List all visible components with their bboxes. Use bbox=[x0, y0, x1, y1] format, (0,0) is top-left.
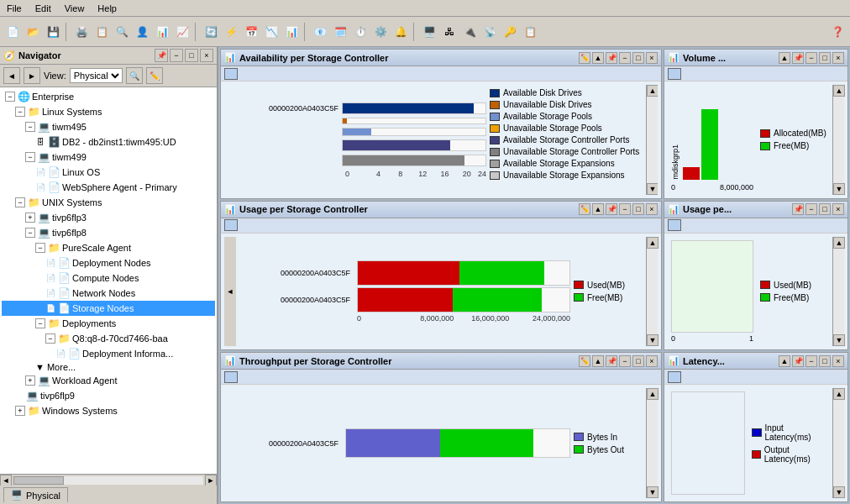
physical-tab[interactable]: 🖥️ Physical bbox=[3, 487, 68, 502]
nav-pin-btn[interactable]: 📌 bbox=[155, 49, 168, 62]
usage-edit[interactable]: ✏️ bbox=[579, 203, 590, 215]
tb3[interactable]: 📋 bbox=[92, 23, 111, 41]
vol-close[interactable]: × bbox=[832, 52, 844, 64]
tp-close[interactable]: × bbox=[646, 355, 658, 367]
toggle-tivp6flp8[interactable]: − bbox=[25, 228, 35, 238]
lat-max[interactable]: □ bbox=[819, 355, 831, 367]
tb13[interactable]: 📧 bbox=[311, 23, 329, 41]
toggle-tiwm495[interactable]: − bbox=[25, 122, 35, 132]
vscroll-up[interactable]: ▲ bbox=[647, 85, 658, 97]
vol-scroll-track[interactable] bbox=[833, 97, 844, 183]
toggle-q8[interactable]: − bbox=[45, 333, 55, 344]
vol-min[interactable]: − bbox=[805, 52, 817, 64]
nav-search-btn[interactable]: 🔍 bbox=[126, 67, 143, 84]
hscroll-left[interactable]: ◄ bbox=[0, 475, 12, 486]
tree-item-deploy-nodes[interactable]: 📄 📄 Deployment Nodes bbox=[2, 255, 215, 270]
lat-up[interactable]: ▲ bbox=[779, 355, 790, 367]
vscroll-track[interactable] bbox=[647, 97, 658, 183]
tree-item-tivp6flp8[interactable]: − 💻 tivp6flp8 bbox=[2, 225, 215, 240]
lat-scroll-track[interactable] bbox=[833, 400, 844, 486]
avail-pin[interactable]: 📌 bbox=[606, 52, 617, 64]
toggle-enterprise[interactable]: − bbox=[5, 92, 15, 102]
view-select[interactable]: Physical Logical bbox=[70, 68, 123, 83]
tb22[interactable]: 🔑 bbox=[501, 23, 519, 41]
tb-right[interactable]: ❓ bbox=[828, 23, 847, 41]
tb23[interactable]: 📋 bbox=[521, 23, 539, 41]
tp-scroll-up[interactable]: ▲ bbox=[647, 388, 658, 400]
tb5[interactable]: 👤 bbox=[133, 23, 151, 41]
nav-close-btn[interactable]: × bbox=[200, 49, 213, 62]
tb10[interactable]: 📅 bbox=[242, 23, 260, 41]
tp-edit[interactable]: ✏️ bbox=[579, 355, 590, 367]
tb19[interactable]: 🖧 bbox=[440, 23, 459, 41]
tree-item-linux-systems[interactable]: − 📁 Linux Systems bbox=[2, 104, 215, 119]
avail-edit[interactable]: ✏️ bbox=[579, 52, 590, 64]
tree-item-linux-os[interactable]: 📄 📄 Linux OS bbox=[2, 165, 215, 180]
hscroll-right[interactable]: ► bbox=[205, 475, 217, 486]
usage-max[interactable]: □ bbox=[632, 203, 644, 215]
tree-item-tiwm499[interactable]: − 💻 tiwm499 bbox=[2, 150, 215, 165]
nav-back-btn[interactable]: ◄ bbox=[3, 67, 20, 84]
usage-close[interactable]: × bbox=[646, 203, 658, 215]
tp-min[interactable]: − bbox=[619, 355, 631, 367]
tree-item-tivp6flp9[interactable]: 💻 tivp6flp9 bbox=[2, 388, 215, 403]
toggle-tivp6flp3[interactable]: + bbox=[25, 213, 35, 223]
tree-item-websphere[interactable]: 📄 📄 WebSphere Agent - Primary bbox=[2, 180, 215, 195]
tree-item-windows[interactable]: + 📁 Windows Systems bbox=[2, 403, 215, 418]
tb16[interactable]: ⚙️ bbox=[371, 23, 390, 41]
toggle-linux-systems[interactable]: − bbox=[15, 107, 25, 117]
tb12[interactable]: 📊 bbox=[282, 23, 301, 41]
tree-item-deploy-info[interactable]: 📄 📄 Deployment Informa... bbox=[2, 346, 215, 361]
tree-item-purescale[interactable]: − 📁 PureScale Agent bbox=[2, 240, 215, 255]
usage-pin[interactable]: 📌 bbox=[606, 203, 617, 215]
tb9[interactable]: ⚡ bbox=[222, 23, 240, 41]
toggle-unix[interactable]: − bbox=[15, 197, 25, 207]
toggle-workload[interactable]: + bbox=[25, 375, 35, 386]
avail-min[interactable]: − bbox=[619, 52, 631, 64]
open-btn[interactable]: 📂 bbox=[24, 23, 42, 41]
usage-scroll-track[interactable] bbox=[647, 249, 658, 335]
tp-pin[interactable]: 📌 bbox=[606, 355, 617, 367]
vol-pin[interactable]: 📌 bbox=[792, 52, 804, 64]
tree-item-deployments[interactable]: − 📁 Deployments bbox=[2, 316, 215, 331]
avail-close[interactable]: × bbox=[646, 52, 658, 64]
tb15[interactable]: ⏱️ bbox=[351, 23, 370, 41]
usage-scroll-up[interactable]: ▲ bbox=[647, 237, 658, 249]
new-btn[interactable]: 📄 bbox=[3, 23, 22, 41]
tree-item-enterprise[interactable]: − 🌐 Enterprise bbox=[2, 89, 215, 104]
tb4[interactable]: 🔍 bbox=[113, 23, 131, 41]
tree-item-unix-systems[interactable]: − 📁 UNIX Systems bbox=[2, 195, 215, 210]
save-btn[interactable]: 💾 bbox=[44, 23, 62, 41]
tree-item-db2[interactable]: 🗄 🗄️ DB2 - db2inst1:tiwm495:UD bbox=[2, 134, 215, 150]
nav-maximize-btn[interactable]: □ bbox=[185, 49, 198, 62]
lat-scroll-down[interactable]: ▼ bbox=[833, 486, 845, 498]
tree-item-more[interactable]: ▼ More... bbox=[2, 361, 215, 373]
tree-item-tivp6flp3[interactable]: + 💻 tivp6flp3 bbox=[2, 210, 215, 225]
us-close[interactable]: × bbox=[832, 203, 844, 215]
tb21[interactable]: 📡 bbox=[480, 23, 499, 41]
lat-scroll-up[interactable]: ▲ bbox=[833, 388, 845, 400]
menu-edit[interactable]: Edit bbox=[29, 2, 58, 15]
hscroll-track[interactable] bbox=[13, 476, 203, 485]
tp-scroll-track[interactable] bbox=[647, 400, 658, 486]
us-scroll-down[interactable]: ▼ bbox=[833, 334, 845, 346]
tp-up[interactable]: ▲ bbox=[592, 355, 604, 367]
toggle-deployments[interactable]: − bbox=[35, 318, 45, 328]
usage-min[interactable]: − bbox=[619, 203, 631, 215]
toggle-tiwm499[interactable]: − bbox=[25, 152, 35, 162]
hscroll-thumb[interactable] bbox=[13, 476, 64, 485]
toggle-windows[interactable]: + bbox=[15, 406, 25, 416]
tree-item-workload[interactable]: + 💻 Workload Agent bbox=[2, 373, 215, 388]
tp-max[interactable]: □ bbox=[632, 355, 644, 367]
print-btn[interactable]: 🖨️ bbox=[72, 23, 91, 41]
avail-up[interactable]: ▲ bbox=[592, 52, 604, 64]
tb20[interactable]: 🔌 bbox=[460, 23, 479, 41]
menu-help[interactable]: Help bbox=[91, 2, 123, 15]
tb14[interactable]: 🗓️ bbox=[331, 23, 349, 41]
tp-scroll-down[interactable]: ▼ bbox=[647, 486, 658, 498]
lat-pin[interactable]: 📌 bbox=[792, 355, 804, 367]
us-scroll-track[interactable] bbox=[833, 249, 844, 335]
tree-item-tiwm495[interactable]: − 💻 tiwm495 bbox=[2, 119, 215, 134]
tb7[interactable]: 📈 bbox=[173, 23, 192, 41]
tree-item-q8[interactable]: − 📁 Q8:q8-d-70cd7466-baa bbox=[2, 331, 215, 346]
